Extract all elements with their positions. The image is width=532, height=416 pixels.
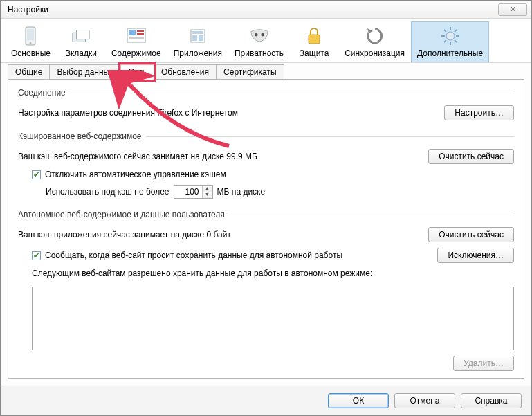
toolbar-item-security[interactable]: Защита bbox=[290, 21, 338, 62]
close-icon: ✕ bbox=[510, 5, 516, 14]
cache-usage-row: Ваш кэш веб-содержимого сейчас занимает … bbox=[18, 149, 514, 164]
svg-point-15 bbox=[261, 33, 264, 37]
offline-list-label: Следующим веб-сайтам разрешено хранить д… bbox=[18, 269, 514, 278]
connection-row: Настройка параметров соединения Firefox … bbox=[18, 105, 514, 120]
window-title: Настройки bbox=[8, 5, 48, 15]
connection-settings-button[interactable]: Настроить… bbox=[444, 105, 514, 120]
lock-icon bbox=[304, 26, 324, 46]
svg-rect-12 bbox=[192, 35, 197, 41]
toolbar-item-tabs[interactable]: Вкладки bbox=[57, 21, 105, 62]
connection-heading: Соединение bbox=[18, 87, 514, 100]
cache-override-checkbox[interactable]: ✔ bbox=[32, 170, 41, 179]
cache-clear-button[interactable]: Очистить сейчас bbox=[428, 149, 514, 164]
spinner-down-icon[interactable]: ▼ bbox=[203, 192, 212, 198]
svg-rect-8 bbox=[137, 33, 144, 35]
cache-limit-input[interactable]: ▲▼ bbox=[174, 185, 213, 199]
svg-line-25 bbox=[444, 40, 446, 42]
settings-window: Настройки ✕ Основные Вкладки Содержимое … bbox=[0, 0, 532, 416]
cache-override-label: Отключить автоматическое управление кэше… bbox=[45, 170, 226, 179]
offline-usage-row: Ваш кэш приложения сейчас занимает на ди… bbox=[18, 227, 514, 242]
svg-rect-7 bbox=[137, 30, 144, 32]
cache-limit-row: Использовать под кэш не более ▲▼ МБ на д… bbox=[18, 185, 514, 199]
svg-point-2 bbox=[30, 42, 32, 44]
offline-usage-text: Ваш кэш приложения сейчас занимает на ди… bbox=[18, 230, 231, 239]
toolbar-item-content[interactable]: Содержимое bbox=[105, 21, 167, 62]
svg-point-14 bbox=[255, 33, 258, 37]
offline-notify-row: ✔ Сообщать, когда веб-сайт просит сохран… bbox=[18, 248, 514, 263]
toolbar-item-applications[interactable]: Приложения bbox=[167, 21, 228, 62]
subtab-general[interactable]: Общие bbox=[8, 64, 50, 80]
svg-line-22 bbox=[444, 30, 446, 32]
cache-limit-field[interactable] bbox=[174, 186, 202, 198]
svg-point-17 bbox=[446, 32, 455, 40]
offline-sites-list[interactable] bbox=[32, 287, 514, 350]
sync-icon bbox=[365, 26, 385, 46]
gear-icon bbox=[441, 26, 460, 46]
toolbar-item-general[interactable]: Основные bbox=[5, 21, 57, 62]
svg-line-24 bbox=[455, 30, 457, 32]
content-icon bbox=[127, 26, 146, 46]
toolbar-item-sync[interactable]: Синхронизация bbox=[338, 21, 411, 62]
network-panel: Соединение Настройка параметров соединен… bbox=[8, 79, 524, 379]
subtab-data-choices[interactable]: Выбор данных bbox=[49, 64, 121, 80]
offline-notify-checkbox[interactable]: ✔ bbox=[32, 251, 41, 260]
offline-remove-row: Удалить… bbox=[18, 356, 514, 371]
toolbar-item-advanced[interactable]: Дополнительные bbox=[411, 21, 489, 62]
svg-rect-9 bbox=[129, 37, 144, 39]
cache-override-row: ✔ Отключить автоматическое управление кэ… bbox=[18, 170, 514, 179]
close-button[interactable]: ✕ bbox=[498, 3, 527, 16]
cache-heading: Кэшированное веб-содержимое bbox=[18, 130, 514, 143]
svg-line-23 bbox=[455, 40, 457, 42]
dialog-footer: ОК Отмена Справка bbox=[1, 386, 531, 415]
titlebar: Настройки ✕ bbox=[1, 1, 531, 19]
help-button[interactable]: Справка bbox=[461, 393, 522, 408]
sub-tab-strip: Общие Выбор данных Сеть Обновления Серти… bbox=[8, 64, 524, 80]
svg-rect-4 bbox=[76, 30, 89, 39]
ok-button[interactable]: ОК bbox=[328, 393, 389, 408]
svg-rect-6 bbox=[129, 30, 136, 35]
svg-rect-13 bbox=[199, 35, 203, 41]
svg-rect-16 bbox=[309, 35, 320, 44]
subtab-update[interactable]: Обновления bbox=[154, 64, 217, 80]
offline-clear-button[interactable]: Очистить сейчас bbox=[428, 227, 514, 242]
subtab-certificates[interactable]: Сертификаты bbox=[216, 64, 284, 80]
category-toolbar: Основные Вкладки Содержимое Приложения П… bbox=[1, 19, 531, 63]
connection-description: Настройка параметров соединения Firefox … bbox=[18, 108, 238, 118]
svg-rect-1 bbox=[27, 29, 34, 40]
subtab-network[interactable]: Сеть bbox=[120, 64, 154, 80]
cache-limit-suffix: МБ на диске bbox=[217, 187, 266, 197]
cache-limit-prefix: Использовать под кэш не более bbox=[46, 187, 169, 197]
content-area: Общие Выбор данных Сеть Обновления Серти… bbox=[1, 63, 531, 386]
offline-notify-label: Сообщать, когда веб-сайт просит сохранит… bbox=[45, 251, 342, 260]
offline-exceptions-button[interactable]: Исключения… bbox=[437, 248, 514, 263]
applications-icon bbox=[188, 26, 208, 46]
cache-usage-text: Ваш кэш веб-содержимого сейчас занимает … bbox=[18, 152, 257, 161]
offline-remove-button: Удалить… bbox=[453, 356, 514, 371]
cancel-button[interactable]: Отмена bbox=[394, 393, 455, 408]
svg-rect-11 bbox=[192, 31, 203, 34]
tabs-icon bbox=[71, 26, 91, 46]
offline-heading: Автономное веб-содержимое и данные польз… bbox=[18, 208, 514, 221]
spinner-up-icon[interactable]: ▲ bbox=[203, 186, 212, 192]
spinner[interactable]: ▲▼ bbox=[202, 186, 212, 198]
phone-icon bbox=[21, 26, 40, 46]
mask-icon bbox=[250, 26, 269, 46]
toolbar-item-privacy[interactable]: Приватность bbox=[228, 21, 290, 62]
